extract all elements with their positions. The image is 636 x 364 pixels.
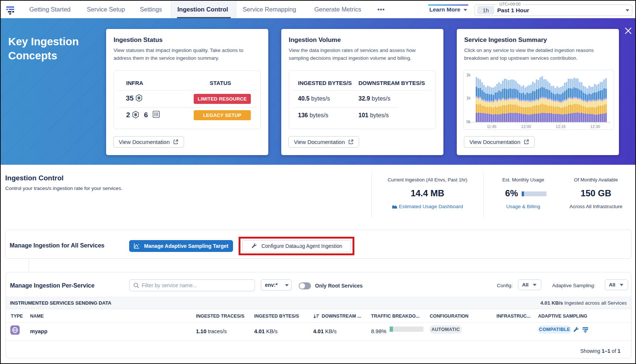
svg-text:12:00: 12:00 — [521, 124, 531, 129]
svg-text:1k: 1k — [466, 96, 471, 100]
svg-text:0k: 0k — [466, 119, 471, 124]
svg-text:12:15: 12:15 — [556, 124, 565, 129]
svg-text:11:45: 11:45 — [487, 124, 496, 129]
svg-text:12:30: 12:30 — [590, 124, 600, 129]
svg-text:2k: 2k — [466, 73, 471, 77]
